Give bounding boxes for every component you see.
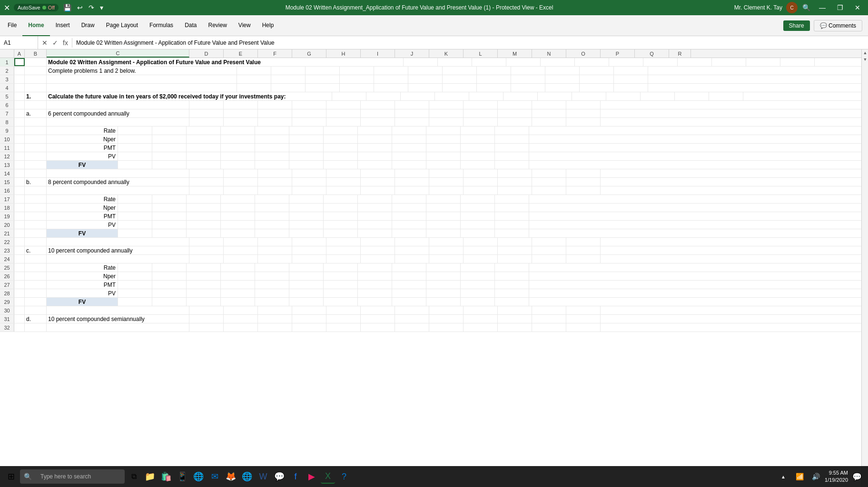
cell-i30[interactable]	[361, 306, 395, 314]
cell-l4[interactable]	[511, 84, 545, 92]
cell-g17[interactable]	[221, 195, 255, 203]
cell-l3[interactable]	[511, 75, 545, 83]
cell-a2[interactable]	[14, 67, 25, 75]
system-tray-icons[interactable]: ▲	[776, 469, 790, 484]
cell-d30[interactable]	[189, 306, 224, 314]
cell-j12[interactable]	[324, 152, 358, 160]
cell-a29[interactable]	[14, 298, 25, 306]
row-num-19[interactable]: 19	[0, 212, 14, 220]
cell-l26[interactable]	[392, 272, 426, 280]
cell-g5[interactable]	[435, 92, 469, 100]
cell-e10[interactable]	[152, 135, 187, 143]
cell-f22[interactable]	[258, 238, 292, 246]
cell-l6[interactable]	[464, 101, 498, 109]
cell-l28[interactable]	[392, 289, 426, 297]
tab-file[interactable]: File	[2, 15, 22, 36]
cell-e26[interactable]	[152, 272, 187, 280]
cell-o27[interactable]	[495, 281, 529, 289]
cell-i13[interactable]	[289, 161, 324, 169]
cell-g16[interactable]	[292, 186, 326, 195]
cell-n22[interactable]	[532, 238, 566, 246]
cell-k11[interactable]	[358, 144, 392, 152]
cell-c28[interactable]: PV	[47, 289, 118, 297]
col-header-b[interactable]: B	[25, 49, 47, 58]
cell-h13[interactable]	[255, 161, 289, 169]
cell-d29[interactable]	[118, 298, 152, 306]
cell-g26[interactable]	[221, 272, 255, 280]
cell-c8[interactable]	[47, 118, 189, 126]
row-num-21[interactable]: 21	[0, 229, 14, 237]
cell-g19[interactable]	[221, 212, 255, 220]
cell-e13[interactable]	[152, 161, 187, 169]
cell-b29[interactable]	[25, 298, 47, 306]
cell-n13[interactable]	[461, 161, 495, 169]
cell-f1[interactable]	[472, 58, 506, 66]
cell-m7[interactable]	[498, 109, 532, 117]
cell-l14[interactable]	[464, 169, 498, 177]
cell-k9[interactable]	[358, 127, 392, 135]
cell-o23[interactable]	[566, 246, 601, 254]
phone-link-button[interactable]: 📱	[175, 469, 189, 484]
cell-b16[interactable]	[25, 186, 47, 195]
cell-k22[interactable]	[429, 238, 464, 246]
cell-h11[interactable]	[255, 144, 289, 152]
cell-i11[interactable]	[289, 144, 324, 152]
cell-e29[interactable]	[152, 298, 187, 306]
cell-n14[interactable]	[532, 169, 566, 177]
cell-d25[interactable]	[118, 263, 152, 272]
cell-e8[interactable]	[224, 118, 258, 126]
cell-o15[interactable]	[566, 178, 601, 186]
cell-j14[interactable]	[395, 169, 429, 177]
row-num-3[interactable]: 3	[0, 75, 14, 83]
cell-f23[interactable]	[258, 246, 292, 254]
cell-f2[interactable]	[306, 67, 340, 75]
cell-f7[interactable]	[258, 109, 292, 117]
cell-n32[interactable]	[532, 323, 566, 331]
search-button[interactable]: 🔍	[801, 3, 811, 12]
col-header-d[interactable]: D	[189, 49, 224, 58]
tab-insert[interactable]: Insert	[50, 15, 76, 36]
cell-m8[interactable]	[498, 118, 532, 126]
search-taskbar[interactable]: 🔍	[20, 469, 125, 484]
cell-b10[interactable]	[25, 135, 47, 143]
cell-g12[interactable]	[221, 152, 255, 160]
cell-j13[interactable]	[324, 161, 358, 169]
cell-a1[interactable]	[14, 58, 25, 66]
tab-help[interactable]: Help	[256, 15, 280, 36]
cell-h27[interactable]	[255, 281, 289, 289]
cell-d12[interactable]	[118, 152, 152, 160]
cell-n16[interactable]	[532, 186, 566, 195]
cell-a28[interactable]	[14, 289, 25, 297]
cell-i17[interactable]	[289, 195, 324, 203]
cell-c5[interactable]: Calculate the future value in ten years …	[47, 92, 332, 100]
cell-c22[interactable]	[47, 238, 189, 246]
cell-m13[interactable]	[426, 161, 461, 169]
cell-c27[interactable]: PMT	[47, 281, 118, 289]
row-num-13[interactable]: 13	[0, 161, 14, 169]
cell-d31[interactable]	[189, 315, 224, 323]
cell-e24[interactable]	[224, 255, 258, 263]
cell-e14[interactable]	[224, 169, 258, 177]
cell-l2[interactable]	[511, 67, 545, 75]
cell-c32[interactable]	[47, 323, 189, 331]
cell-o14[interactable]	[566, 169, 601, 177]
cell-o12[interactable]	[495, 152, 529, 160]
cell-i32[interactable]	[361, 323, 395, 331]
volume-icon[interactable]: 🔊	[809, 469, 823, 484]
cell-m15[interactable]	[498, 178, 532, 186]
cell-f25[interactable]	[187, 263, 221, 272]
cell-h16[interactable]	[326, 186, 361, 195]
cell-d11[interactable]	[118, 144, 152, 152]
cell-f9[interactable]	[187, 127, 221, 135]
cell-k10[interactable]	[358, 135, 392, 143]
cell-c16[interactable]	[47, 186, 189, 195]
cell-d32[interactable]	[189, 323, 224, 331]
cell-i10[interactable]	[289, 135, 324, 143]
cell-j6[interactable]	[395, 101, 429, 109]
cell-n10[interactable]	[461, 135, 495, 143]
cell-j10[interactable]	[324, 135, 358, 143]
cell-b4[interactable]	[25, 84, 47, 92]
cell-i27[interactable]	[289, 281, 324, 289]
row-num-16[interactable]: 16	[0, 186, 14, 195]
cell-b22[interactable]	[25, 238, 47, 246]
